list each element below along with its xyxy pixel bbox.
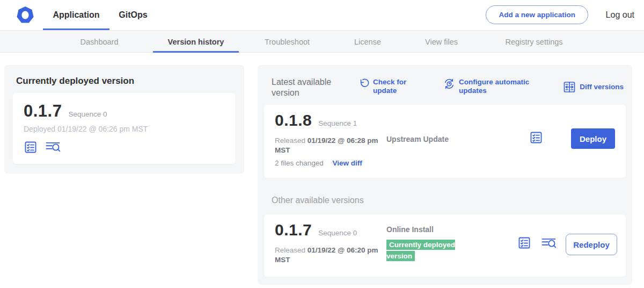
check-for-update-label: Check for update [373,78,413,95]
files-changed-label: 2 files changed [275,159,324,167]
other-source-label: Online Install [386,225,434,234]
top-nav: Application GitOps Add a new application… [0,0,644,31]
add-application-button[interactable]: Add a new application [486,5,588,24]
preflight-checks-icon[interactable] [529,131,543,145]
deployed-version-card: 0.1.7 Sequence 0 Deployed 01/19/22 @ 06:… [13,93,236,164]
app-window: Application GitOps Add a new application… [0,0,644,288]
app-subnav: Dashboard Version history Troubleshoot L… [0,31,644,53]
check-for-update-link[interactable]: Check for update [358,78,413,95]
other-sequence-label: Sequence 0 [318,229,357,237]
available-versions-panel: Latest available version Check for updat… [258,65,632,285]
app-logo-icon[interactable] [15,5,35,25]
subnav-tab-view-files[interactable]: View files [416,31,467,53]
deployed-timestamp: Deployed 01/19/22 @ 06:26 pm MST [24,125,225,133]
release-notes-icon[interactable] [541,237,557,250]
configure-automatic-updates-link[interactable]: Configure automatic updates [443,78,539,95]
latest-version-number: 0.1.8 [275,111,312,129]
latest-source-label: Upstream Update [386,135,449,143]
diff-icon [563,81,576,93]
latest-sequence-label: Sequence 1 [318,119,357,127]
currently-deployed-badge: Currently deployed version [386,239,469,261]
nav-tab-gitops[interactable]: GitOps [109,0,157,30]
other-available-versions-title: Other available versions [272,196,364,205]
nav-tab-application[interactable]: Application [43,0,109,30]
release-notes-icon[interactable] [45,141,61,154]
latest-released-timestamp: Released 01/19/22 @ 06:28 pm MST [275,136,383,155]
preflight-checks-icon[interactable] [517,236,531,250]
subnav-tab-version-history[interactable]: Version history [153,31,239,53]
latest-available-title: Latest available version [272,77,345,98]
configure-automatic-updates-label: Configure automatic updates [459,78,539,95]
deployed-sequence-label: Sequence 0 [68,110,107,118]
other-released-timestamp: Released 01/19/22 @ 06:20 pm MST [275,246,383,265]
logout-link[interactable]: Log out [606,0,634,30]
currently-deployed-panel: Currently deployed version 0.1.7 Sequenc… [4,65,244,174]
refresh-icon [358,78,369,95]
subnav-tab-dashboard[interactable]: Dashboard [70,31,129,53]
deployed-version-number: 0.1.7 [24,102,62,121]
other-version-number: 0.1.7 [275,221,312,239]
currently-deployed-title: Currently deployed version [16,76,134,87]
subnav-tab-registry-settings[interactable]: Registry settings [496,31,572,53]
deploy-button[interactable]: Deploy [571,128,615,149]
redeploy-button[interactable]: Redeploy [566,234,617,255]
subnav-tab-license[interactable]: License [343,31,392,53]
other-version-card: 0.1.7 Sequence 0 Released 01/19/22 @ 06:… [264,214,626,277]
view-diff-link[interactable]: View diff [333,159,362,167]
diff-versions-link[interactable]: Diff versions [563,81,624,93]
diff-versions-label: Diff versions [580,83,624,91]
latest-version-card: 0.1.8 Sequence 1 Released 01/19/22 @ 06:… [264,105,626,178]
subnav-tab-troubleshoot[interactable]: Troubleshoot [252,31,322,53]
preflight-checks-icon[interactable] [24,140,38,154]
schedule-refresh-icon [443,78,455,95]
